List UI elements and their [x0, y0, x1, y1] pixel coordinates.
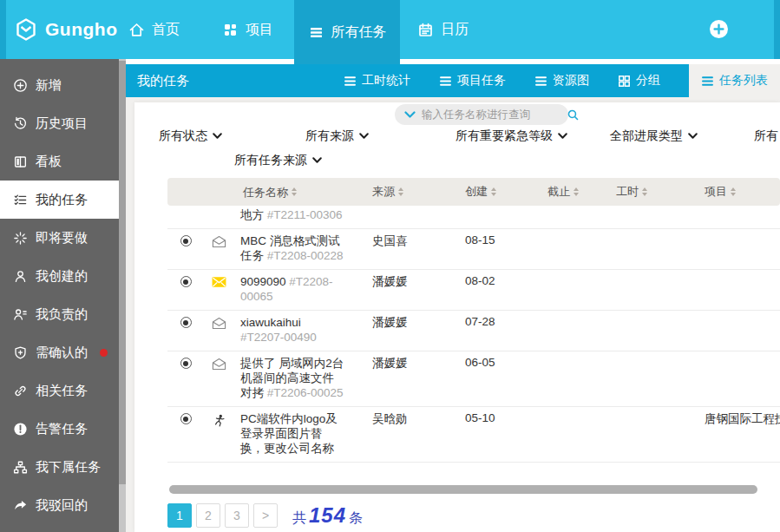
- alert-icon: [13, 422, 28, 437]
- page-3-button[interactable]: 3: [225, 503, 249, 528]
- content-panel: 所有状态 所有来源 所有重要紧急等级 全部进展类型 所有 所有任务来源: [134, 102, 780, 532]
- tab-resource-map[interactable]: 资源图: [534, 64, 589, 97]
- sidebar-item-history-projects[interactable]: 历史项目: [0, 104, 119, 142]
- sidebar-item-related-tasks[interactable]: 相关任务: [0, 371, 119, 410]
- task-name[interactable]: 地方: [240, 208, 264, 221]
- task-id: #T2206-00025: [267, 386, 344, 399]
- task-table: 任务名称 来源 创建 截止: [167, 178, 780, 484]
- tab-label: 任务列表: [719, 73, 768, 89]
- sidebar-item-label: 我的任务: [36, 192, 88, 208]
- filter-progress-type[interactable]: 全部进展类型: [610, 128, 698, 144]
- group-squares-icon: [618, 75, 631, 88]
- sidebar-item-my-tasks[interactable]: 我的任务: [0, 181, 119, 219]
- sidebar-scrollbar[interactable]: [119, 59, 126, 532]
- calendar-icon: [417, 22, 434, 38]
- next-page-button[interactable]: >: [253, 503, 278, 528]
- mail-unread-icon: [212, 276, 226, 288]
- app-window: Gungho 首页 项目 所有任务: [0, 0, 780, 532]
- radio-icon[interactable]: [180, 235, 192, 246]
- task-search[interactable]: [395, 104, 568, 125]
- add-button[interactable]: [709, 19, 729, 39]
- tab-project-tasks[interactable]: 项目任务: [439, 64, 506, 97]
- sidebar-scrollbar-thumb[interactable]: [119, 61, 126, 484]
- task-row[interactable]: 提供了 局域网内2台机器间的高速文件对拷 #T2206-00025 潘媛媛 06…: [167, 351, 780, 407]
- filter-priority[interactable]: 所有重要紧急等级: [456, 128, 567, 144]
- search-input[interactable]: [422, 108, 561, 121]
- radio-icon[interactable]: [180, 317, 192, 328]
- shield-icon: [13, 345, 28, 360]
- nav-home[interactable]: 首页: [128, 0, 180, 59]
- filter-status[interactable]: 所有状态: [159, 128, 222, 144]
- task-row[interactable]: 9099090 #T2208-00065 潘媛媛 08-02: [167, 270, 780, 311]
- task-row[interactable]: 地方 #T2211-00306: [167, 206, 780, 229]
- tab-label: 工时统计: [362, 73, 410, 89]
- task-row[interactable]: MBC 消息格式测试任务 #T2208-00228 史国喜 08-15: [167, 229, 780, 270]
- task-name-cell: MBC 消息格式测试任务 #T2208-00228: [233, 233, 367, 263]
- task-name-cell: xiawukaihui #T2207-00490: [233, 315, 367, 345]
- sidebar-item-label: 即将要做: [36, 230, 88, 246]
- sidebar: 新增 历史项目 看板 我的任务: [0, 59, 126, 532]
- task-name[interactable]: PC端软件内logo及登录界面图片替换，更改公司名称: [240, 412, 338, 455]
- sidebar-item-kanban[interactable]: 看板: [0, 142, 119, 181]
- table-header: 任务名称 来源 创建 截止: [167, 178, 780, 206]
- nav-calendar[interactable]: 日历: [417, 0, 469, 59]
- tab-grouping[interactable]: 分组: [618, 64, 660, 97]
- sidebar-item-new[interactable]: 新增: [0, 66, 119, 104]
- view-tabs: 工时统计 项目任务 资源图 分组 任务列表: [344, 64, 780, 97]
- chevron-down-icon: [688, 133, 698, 140]
- tab-time-stats[interactable]: 工时统计: [344, 64, 410, 97]
- filter-more[interactable]: 所有: [754, 128, 778, 144]
- tab-task-list-active[interactable]: 任务列表: [689, 64, 780, 97]
- task-row[interactable]: xiawukaihui #T2207-00490 潘媛媛 07-28: [167, 311, 780, 351]
- task-name-cell: 地方 #T2211-00306: [233, 207, 367, 222]
- column-header-source[interactable]: 来源: [367, 184, 456, 200]
- sidebar-item-responsible[interactable]: 我负责的: [0, 295, 119, 333]
- sidebar-item-alert-tasks[interactable]: 告警任务: [0, 410, 119, 448]
- filter-source[interactable]: 所有来源: [305, 128, 369, 144]
- sidebar-item-rejected-by-me[interactable]: 我驳回的: [0, 486, 119, 524]
- radio-icon[interactable]: [180, 413, 192, 424]
- sidebar-item-label: 我下属任务: [36, 459, 101, 476]
- page-title: 我的任务: [137, 73, 189, 89]
- main-area: 所有状态 所有来源 所有重要紧急等级 全部进展类型 所有 所有任务来源: [126, 97, 780, 532]
- column-header-created[interactable]: 创建: [456, 184, 543, 200]
- chevron-down-icon[interactable]: [404, 109, 416, 121]
- task-row[interactable]: PC端软件内logo及登录界面图片替换，更改公司名称 吴晗勋 05-10 唐钢国…: [167, 407, 780, 463]
- task-created-cell: 08-02: [456, 274, 543, 287]
- nav-all-tasks-active[interactable]: 所有任务: [294, 0, 400, 64]
- sort-icon: [731, 187, 736, 196]
- nav-label: 所有任务: [331, 23, 387, 42]
- task-created-cell: 05-10: [456, 411, 543, 424]
- sidebar-item-label: 历史项目: [36, 115, 88, 132]
- nav-projects[interactable]: 项目: [222, 0, 273, 59]
- radio-icon[interactable]: [180, 276, 192, 287]
- task-source-cell: 史国喜: [367, 233, 456, 249]
- page-1-button[interactable]: 1: [167, 503, 192, 528]
- horizontal-scrollbar[interactable]: [169, 485, 757, 494]
- menu-lines-icon: [439, 75, 452, 88]
- menu-lines-icon: [344, 75, 357, 88]
- filter-label: 所有任务来源: [234, 153, 307, 168]
- home-icon: [128, 22, 145, 38]
- history-icon: [13, 116, 28, 131]
- column-header-hours[interactable]: 工时: [613, 184, 691, 200]
- column-header-due[interactable]: 截止: [543, 184, 613, 200]
- chevron-down-icon: [359, 133, 369, 140]
- search-icon[interactable]: [567, 109, 579, 121]
- sidebar-item-created-by-me[interactable]: 我创建的: [0, 257, 119, 295]
- sidebar-item-label: 我驳回的: [36, 497, 88, 514]
- list-icon: [308, 24, 324, 41]
- task-name[interactable]: 9099090: [240, 275, 286, 288]
- filter-task-source[interactable]: 所有任务来源: [234, 153, 322, 168]
- radio-icon[interactable]: [180, 358, 192, 369]
- sidebar-item-upcoming[interactable]: 即将要做: [0, 219, 119, 257]
- page-2-button[interactable]: 2: [196, 503, 220, 528]
- pagination: 1 2 3 > 共 154 条: [167, 503, 363, 528]
- task-id: #T2207-00490: [240, 331, 317, 344]
- column-header-task-name[interactable]: 任务名称: [233, 185, 367, 200]
- sidebar-item-needs-confirmation[interactable]: 需确认的: [0, 333, 119, 371]
- task-name[interactable]: xiawukaihui: [240, 316, 301, 329]
- column-header-project[interactable]: 项目: [691, 184, 780, 200]
- task-created-cell: 08-15: [456, 233, 543, 246]
- sidebar-item-subordinate-tasks[interactable]: 我下属任务: [0, 448, 119, 486]
